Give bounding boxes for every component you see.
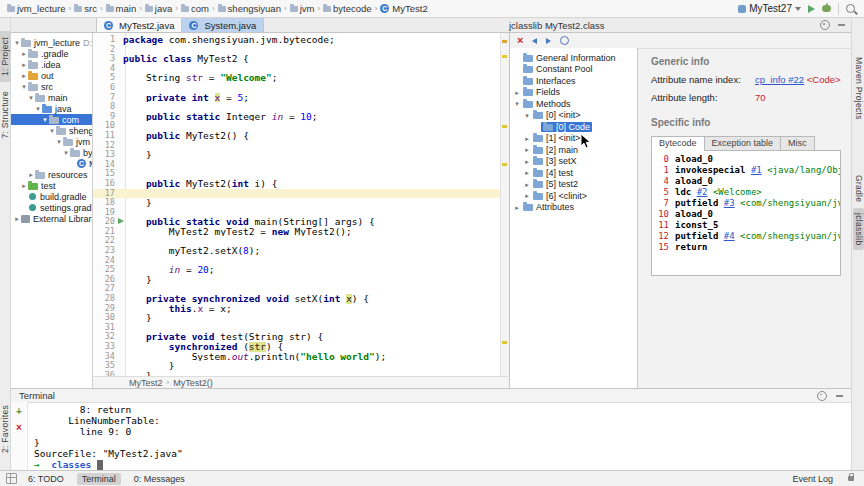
breadcrumb-item[interactable]: src [74,3,97,14]
terminal-output[interactable]: 8: return LineNumberTable: line 9: 0}Sou… [28,402,851,470]
breadcrumb-item[interactable]: jvm [290,3,315,14]
code-line[interactable]: 26 } [93,275,508,285]
tree-item[interactable]: ▾java [11,103,92,114]
code-line[interactable]: 17 [93,189,508,199]
code-line[interactable]: 19 [93,208,508,218]
tree-item[interactable]: settings.gradle [11,202,92,213]
code-line[interactable]: 21 MyTest2 myTest2 = new MyTest2(); [93,227,508,237]
forward-icon[interactable] [546,38,551,44]
code-line[interactable]: 4 [93,64,508,74]
editor-tab[interactable]: System.java [182,18,264,32]
breadcrumb-item[interactable]: jvm_lecture [7,3,66,14]
code-line[interactable]: 12 [93,141,508,151]
code-line[interactable]: 18 } [93,198,508,208]
tab-bytecode[interactable]: Bytecode [651,136,705,151]
tree-item[interactable]: ▾shengsiyuan [11,125,92,136]
tree-item[interactable]: ▾[0] <init> [510,110,637,122]
statusbar-item[interactable]: 0: Messages [129,473,190,485]
tree-item[interactable]: ▸[2] main [510,144,637,156]
run-gutter-icon[interactable] [118,218,124,224]
bytecode-view[interactable]: 0aload_01invokespecial #1 <java/lang/Obj… [651,150,841,276]
error-stripe-mark[interactable] [502,40,507,43]
tree-item[interactable]: ▸Fields [510,87,637,99]
code-line[interactable]: 14 [93,160,508,170]
code-line[interactable]: 13 } [93,150,508,160]
code-line[interactable]: 8 [93,102,508,112]
tree-item[interactable]: ▸External Libraries [11,213,92,224]
tree-item[interactable]: Constant Pool [510,64,637,76]
statusbar-item[interactable]: Event Log [787,473,838,485]
breadcrumb-item[interactable]: bytecode [323,3,372,14]
close-session-icon[interactable] [16,423,22,432]
tool-stripe-button[interactable]: Gradle [853,170,864,207]
error-stripe-mark[interactable] [502,55,507,58]
tree-item[interactable]: General Information [510,52,637,64]
tree-item[interactable]: Interfaces [510,75,637,87]
code-line[interactable]: 34 System.out.println("hello world"); [93,352,508,362]
tree-item[interactable]: ▸[6] <clinit> [510,190,637,202]
code-line[interactable]: 35 } [93,361,508,371]
tree-item[interactable]: ▾src [11,81,92,92]
run-button[interactable] [808,5,815,13]
code-line[interactable]: 27 [93,284,508,294]
breadcrumb-item[interactable]: shengsiyuan [218,3,281,14]
tree-item[interactable]: ▸[4] test [510,167,637,179]
constant-pool-link[interactable]: #3 [724,198,735,208]
close-icon[interactable] [517,35,523,46]
statusbar-item[interactable]: 6: TODO [23,473,69,485]
tool-stripe-button[interactable]: 2: Favorites [0,399,11,459]
code-line[interactable]: 36 } [93,371,508,376]
code-line[interactable]: 10 [93,121,508,131]
tree-item[interactable]: ▸.gradle [11,48,92,59]
tree-item[interactable]: ▾Methods [510,98,637,110]
editor-scrollbar[interactable] [500,33,508,376]
editor-tab[interactable]: MyTest2.java [96,18,182,32]
run-config-selector[interactable]: MyTest27 [738,3,801,14]
search-icon[interactable] [846,4,855,13]
code-line[interactable]: 5 String str = "Welcome"; [93,73,508,83]
code-line[interactable]: 31 [93,323,508,333]
code-line[interactable]: 29 this.x = x; [93,304,508,314]
code-line[interactable]: 7 private int x = 5; [93,93,508,103]
code-line[interactable]: 22 [93,236,508,246]
gear-icon[interactable] [817,391,827,401]
code-line[interactable]: 9 public static Integer in = 10; [93,112,508,122]
reload-icon[interactable] [560,36,569,45]
tree-item[interactable]: build.gradle [11,191,92,202]
tool-stripe-button[interactable]: 1: Project [0,31,11,82]
code-line[interactable]: 23 myTest2.setX(8); [93,246,508,256]
breadcrumb-item[interactable]: MyTest2() [173,378,213,388]
constant-pool-link[interactable]: #1 [751,165,762,175]
gear-icon[interactable] [820,20,830,30]
tool-stripe-button[interactable]: jclasslib [853,208,864,250]
error-stripe-mark[interactable] [502,125,507,128]
code-line[interactable]: 20 public static void main(String[] args… [93,217,508,227]
constant-pool-link[interactable]: #4 [724,231,735,241]
tree-item[interactable]: MyTest2 [11,158,92,169]
code-line[interactable]: 33 synchronized (str) { [93,342,508,352]
code-line[interactable]: 6 [93,83,508,93]
tree-item[interactable]: ▸[1] <init> [510,133,637,145]
tool-stripe-button[interactable]: 7: Structure [0,85,11,145]
constant-pool-link[interactable]: #2 [697,187,708,197]
lock-icon[interactable] [848,476,854,481]
code-line[interactable]: 11 public MyTest2() { [93,131,508,141]
tree-item[interactable]: ▸resources [11,169,92,180]
toolwindow-switcher-icon[interactable] [6,473,17,484]
tree-item[interactable]: [0] Code [510,121,637,133]
tree-item[interactable]: ▸Attributes [510,202,637,214]
new-session-icon[interactable] [16,407,22,416]
tab-exception-table[interactable]: Exception table [704,136,782,151]
tree-item[interactable]: ▸test [11,180,92,191]
statusbar-item[interactable]: Terminal [77,473,121,485]
debug-button[interactable] [822,5,831,12]
tree-item[interactable]: ▾com [11,114,92,125]
minimize-icon[interactable] [838,24,845,26]
tab-misc[interactable]: Misc [780,136,815,151]
back-icon[interactable] [532,38,537,44]
code-line[interactable]: 2 [93,45,508,55]
error-stripe-mark[interactable] [502,163,507,166]
code-line[interactable]: 1package com.shengsiyuan.jvm.bytecode; [93,35,508,45]
code-line[interactable]: 16 public MyTest2(int i) { [93,179,508,189]
error-stripe-mark[interactable] [502,341,507,344]
